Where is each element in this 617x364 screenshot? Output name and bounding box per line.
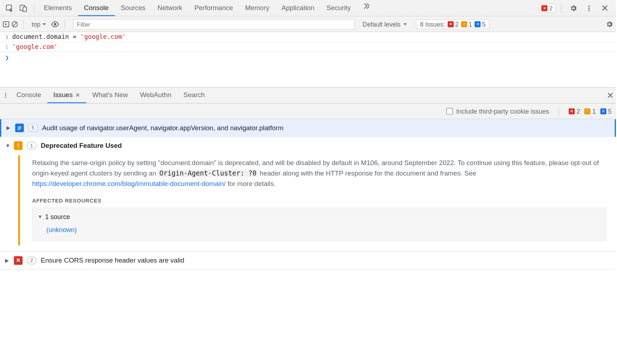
issue-title: Ensure CORS response header values are v… <box>41 256 184 264</box>
console-filter-input[interactable] <box>73 19 355 29</box>
issue-body: Relaxing the same-origin policy by setti… <box>18 155 612 245</box>
expand-triangle-icon[interactable]: ▶ <box>6 125 11 131</box>
issue-row[interactable]: ▶ 5 Audit usage of navigator.userAgent, … <box>0 119 616 137</box>
drawer-tabbar: Console Issues ✕ What's New WebAuthn Sea… <box>0 87 616 104</box>
svg-rect-14 <box>18 128 21 128</box>
info-icon: ≡ <box>475 21 481 27</box>
expand-triangle-icon[interactable]: ▼ <box>5 142 9 149</box>
log-levels-selector[interactable]: Default levels <box>359 20 411 28</box>
tab-network[interactable]: Network <box>152 0 188 16</box>
svg-point-5 <box>588 9 590 11</box>
divider <box>561 3 561 13</box>
issue-doc-link[interactable]: https://developer.chrome.com/blog/immuta… <box>32 180 226 187</box>
kebab-menu-icon[interactable] <box>583 2 595 14</box>
console-prompt[interactable]: ❯ <box>0 52 616 87</box>
svg-point-11 <box>5 95 6 96</box>
live-expression-eye-icon[interactable] <box>51 21 59 27</box>
info-count: 5 <box>482 21 486 27</box>
warning-icon: ! <box>585 108 591 114</box>
tab-memory[interactable]: Memory <box>239 0 275 16</box>
panel-tabs: Elements Console Sources Network Perform… <box>38 0 373 16</box>
issue-row[interactable]: ▼ ! 1 Deprecated Feature Used Relaxing t… <box>0 137 616 252</box>
svg-rect-13 <box>18 127 21 127</box>
svg-rect-15 <box>18 129 20 130</box>
drawer-tab-whatsnew[interactable]: What's New <box>86 87 134 103</box>
tab-security[interactable]: Security <box>320 0 357 16</box>
tab-sources[interactable]: Sources <box>115 0 152 16</box>
drawer-tab-issues[interactable]: Issues ✕ <box>47 87 86 103</box>
affected-resources-heading: AFFECTED RESOURCES <box>32 197 606 205</box>
info-message-icon <box>15 123 24 132</box>
issue-counts: ✕2 !1 ≡5 <box>569 108 612 115</box>
errors-pill[interactable]: ✕ 2 <box>539 4 556 12</box>
topbar-right: ✕ 2 <box>539 2 613 14</box>
console-sidebar-toggle-icon[interactable] <box>3 21 9 27</box>
info-count: 5 <box>608 108 612 115</box>
close-devtools-icon[interactable] <box>599 2 611 14</box>
console-input-text: document.domain = 'google.com' <box>12 33 126 40</box>
console-toolbar: top Default levels 8 Issues: ✕2 !1 ≡5 <box>0 17 616 32</box>
warning-icon: ! <box>461 21 467 27</box>
issue-count: 2 <box>27 256 37 264</box>
issues-counter[interactable]: 8 Issues: ✕2 !1 ≡5 <box>416 19 490 29</box>
output-chevron-icon: ❮ <box>5 44 12 50</box>
overflow-tabs-icon[interactable] <box>360 0 372 12</box>
warn-badge[interactable]: !1 <box>585 108 596 115</box>
svg-point-12 <box>5 97 6 98</box>
tab-application[interactable]: Application <box>275 0 320 16</box>
console-input-echo[interactable]: ❯ document.domain = 'google.com' <box>0 32 616 42</box>
affected-resources-box: ▼ 1 source (unknown) <box>32 208 606 241</box>
info-icon: ≡ <box>600 108 606 114</box>
affected-source-toggle[interactable]: ▼ 1 source <box>38 212 601 222</box>
drawer-kebab-icon[interactable] <box>3 92 9 99</box>
chevron-down-icon <box>42 22 46 26</box>
svg-point-3 <box>588 5 590 6</box>
device-toolbar-icon[interactable] <box>17 2 30 14</box>
context-label: top <box>32 21 40 27</box>
divider <box>34 3 34 13</box>
err-count: 2 <box>455 21 459 27</box>
drawer-tab-console[interactable]: Console <box>10 87 47 103</box>
settings-gear-icon[interactable] <box>567 2 580 14</box>
issue-count: 5 <box>28 124 38 132</box>
prompt-chevron-icon: ❯ <box>5 54 12 61</box>
close-tab-icon[interactable]: ✕ <box>75 92 80 98</box>
err-count: 2 <box>576 108 580 115</box>
checkbox-input[interactable] <box>446 108 453 114</box>
tab-performance[interactable]: Performance <box>188 0 239 16</box>
tab-console[interactable]: Console <box>78 0 114 16</box>
issue-row[interactable]: ▶ ✕ 2 Ensure CORS response header values… <box>0 252 616 269</box>
drawer-tab-search[interactable]: Search <box>177 87 211 103</box>
drawer-tab-webauthn[interactable]: WebAuthn <box>134 87 177 103</box>
execution-context-selector[interactable]: top <box>29 20 49 28</box>
issues-label: 8 Issues: <box>420 21 445 27</box>
console-output-row[interactable]: ❮ 'google.com' <box>0 42 616 52</box>
warn-count: 1 <box>592 108 596 115</box>
source-count-label: 1 source <box>45 212 70 222</box>
err-badge[interactable]: ✕2 <box>569 108 580 115</box>
error-icon: ✕ <box>569 108 575 114</box>
info-badge[interactable]: ≡5 <box>600 108 612 115</box>
inspect-element-icon[interactable] <box>4 2 16 14</box>
warn-count: 1 <box>469 21 472 27</box>
clear-console-icon[interactable] <box>11 21 18 27</box>
divider <box>23 19 24 29</box>
error-count: 2 <box>549 5 553 12</box>
chevron-down-icon <box>403 22 407 26</box>
affected-source-link[interactable]: (unknown) <box>38 224 601 235</box>
levels-label: Default levels <box>363 21 401 27</box>
warning-message-icon: ! <box>14 141 23 150</box>
expand-triangle-icon[interactable]: ▶ <box>5 258 9 264</box>
tree-triangle-icon: ▼ <box>38 213 42 220</box>
include-thirdparty-checkbox[interactable]: Include third-party cookie issues <box>446 108 549 115</box>
issues-toolbar: Include third-party cookie issues ✕2 !1 … <box>0 104 616 119</box>
console-settings-gear-icon[interactable] <box>605 20 613 28</box>
error-icon: ✕ <box>541 5 548 11</box>
svg-point-4 <box>588 7 590 9</box>
close-drawer-icon[interactable] <box>607 92 613 99</box>
issue-count: 1 <box>27 142 37 150</box>
tab-elements[interactable]: Elements <box>38 0 78 16</box>
svg-rect-2 <box>23 7 27 12</box>
devtools-main-tabbar: Elements Console Sources Network Perform… <box>0 0 616 17</box>
issue-title: Audit usage of navigator.userAgent, navi… <box>42 124 284 132</box>
